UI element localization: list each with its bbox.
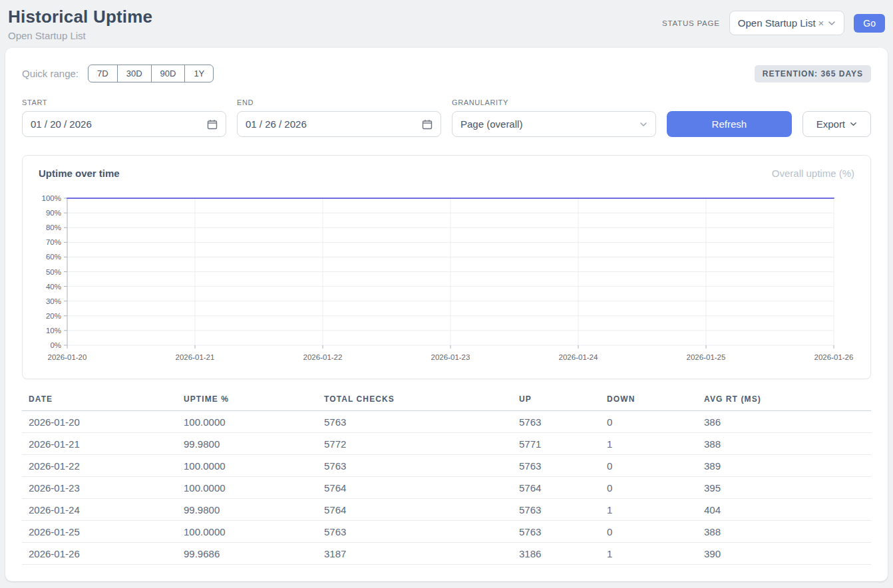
table-cell: 100.0000	[184, 455, 324, 477]
table-cell: 2026-01-21	[22, 433, 184, 455]
table-cell: 0	[607, 455, 704, 477]
svg-text:50%: 50%	[46, 268, 61, 276]
export-label: Export	[816, 118, 845, 130]
chevron-down-icon	[639, 120, 647, 128]
table-cell: 5763	[519, 499, 607, 521]
table-body: 2026-01-20100.00005763576303862026-01-21…	[22, 411, 871, 565]
table-row: 2026-01-2199.9800577257711388	[22, 433, 871, 455]
table-cell: 5764	[324, 499, 519, 521]
chart-legend: Overall uptime (%)	[772, 168, 854, 179]
table-cell: 5763	[519, 455, 607, 477]
quick-range-1y-button[interactable]: 1Y	[184, 65, 214, 82]
table-header-row: DATEUPTIME %TOTAL CHECKSUPDOWNAVG RT (MS…	[22, 394, 871, 411]
quick-range-row: Quick range: 7D30D90D1Y RETENTION: 365 D…	[22, 65, 871, 82]
go-button[interactable]: Go	[854, 14, 885, 33]
quick-range-7d-button[interactable]: 7D	[88, 65, 118, 82]
table-cell: 395	[704, 477, 871, 499]
granularity-value: Page (overall)	[460, 118, 522, 130]
svg-text:2026-01-21: 2026-01-21	[176, 353, 215, 361]
end-field-group: END 01 / 26 / 2026	[237, 98, 441, 137]
chevron-down-icon	[850, 120, 857, 128]
svg-text:2026-01-20: 2026-01-20	[48, 353, 87, 361]
end-date-input[interactable]: 01 / 26 / 2026	[237, 111, 441, 137]
table-row: 2026-01-20100.0000576357630386	[22, 411, 871, 433]
table-cell: 1	[607, 433, 704, 455]
table-cell: 2026-01-20	[22, 411, 184, 433]
uptime-line-chart: 0%10%20%30%40%50%60%70%80%90%100%2026-01…	[23, 189, 871, 375]
table-cell: 404	[704, 499, 871, 521]
table-cell: 0	[607, 477, 704, 499]
column-header: UP	[519, 394, 607, 411]
status-page-select[interactable]: Open Startup List ×	[729, 11, 845, 35]
granularity-field-group: GRANULARITY Page (overall)	[452, 98, 656, 137]
svg-text:80%: 80%	[46, 223, 61, 231]
start-date-value: 01 / 20 / 2026	[31, 118, 92, 130]
column-header: UPTIME %	[184, 394, 324, 411]
table-cell: 3186	[519, 543, 607, 565]
start-field-group: START 01 / 20 / 2026	[22, 98, 226, 137]
table-cell: 390	[704, 543, 871, 565]
table-cell: 2026-01-23	[22, 477, 184, 499]
table-cell: 5763	[519, 521, 607, 543]
column-header: AVG RT (MS)	[704, 394, 871, 411]
chart-header: Uptime over time Overall uptime (%)	[23, 156, 870, 179]
svg-text:100%: 100%	[42, 194, 61, 202]
table-cell: 0	[607, 411, 704, 433]
table-row: 2026-01-25100.0000576357630388	[22, 521, 871, 543]
table-cell: 100.0000	[184, 411, 324, 433]
uptime-table: DATEUPTIME %TOTAL CHECKSUPDOWNAVG RT (MS…	[22, 394, 871, 565]
uptime-chart-panel: Uptime over time Overall uptime (%) 0%10…	[22, 155, 871, 379]
svg-text:2026-01-23: 2026-01-23	[431, 353, 470, 361]
start-date-input[interactable]: 01 / 20 / 2026	[22, 111, 226, 137]
table-row: 2026-01-2499.9800576457631404	[22, 499, 871, 521]
table-cell: 99.9800	[184, 433, 324, 455]
granularity-label: GRANULARITY	[452, 98, 656, 106]
table-row: 2026-01-22100.0000576357630389	[22, 455, 871, 477]
table-cell: 388	[704, 433, 871, 455]
end-date-value: 01 / 26 / 2026	[246, 118, 307, 130]
main-card: Quick range: 7D30D90D1Y RETENTION: 365 D…	[5, 48, 888, 581]
table-row: 2026-01-2699.9686318731861390	[22, 543, 871, 565]
header-controls: STATUS PAGE Open Startup List × Go	[662, 7, 885, 35]
refresh-button[interactable]: Refresh	[667, 111, 792, 137]
svg-text:2026-01-22: 2026-01-22	[303, 353, 343, 361]
svg-text:2026-01-25: 2026-01-25	[687, 353, 726, 361]
table-cell: 388	[704, 521, 871, 543]
quick-range-30d-button[interactable]: 30D	[117, 65, 152, 82]
table-row: 2026-01-23100.0000576457640395	[22, 477, 871, 499]
table-cell: 100.0000	[184, 521, 324, 543]
chevron-down-icon	[828, 19, 836, 27]
table-cell: 99.9686	[184, 543, 324, 565]
table-cell: 3187	[324, 543, 519, 565]
table-cell: 99.9800	[184, 499, 324, 521]
title-block: Historical Uptime Open Startup List	[8, 7, 152, 41]
granularity-select[interactable]: Page (overall)	[452, 111, 656, 137]
table-cell: 2026-01-22	[22, 455, 184, 477]
clear-icon[interactable]: ×	[818, 17, 824, 29]
calendar-icon[interactable]	[207, 119, 218, 130]
calendar-icon[interactable]	[422, 119, 433, 130]
export-button[interactable]: Export	[803, 111, 871, 137]
status-page-value: Open Startup List	[738, 17, 816, 29]
quick-range-90d-button[interactable]: 90D	[151, 65, 186, 82]
table-cell: 5764	[519, 477, 607, 499]
table-cell: 5763	[324, 411, 519, 433]
table-cell: 386	[704, 411, 871, 433]
table-cell: 389	[704, 455, 871, 477]
table-cell: 5771	[519, 433, 607, 455]
quick-range-group: 7D30D90D1Y	[88, 65, 214, 82]
svg-text:30%: 30%	[46, 297, 61, 305]
svg-text:90%: 90%	[46, 209, 61, 217]
table-cell: 5763	[324, 455, 519, 477]
filter-fields-row: START 01 / 20 / 2026 END 01 / 26 / 2026 …	[22, 98, 871, 137]
svg-text:2026-01-26: 2026-01-26	[814, 353, 854, 361]
start-label: START	[22, 98, 226, 106]
table-cell: 5772	[324, 433, 519, 455]
table-head: DATEUPTIME %TOTAL CHECKSUPDOWNAVG RT (MS…	[22, 394, 871, 411]
svg-text:60%: 60%	[46, 253, 61, 261]
table-cell: 0	[607, 521, 704, 543]
svg-text:0%: 0%	[50, 341, 61, 349]
svg-text:20%: 20%	[46, 312, 61, 320]
status-page-label: STATUS PAGE	[662, 19, 720, 27]
table-cell: 2026-01-25	[22, 521, 184, 543]
